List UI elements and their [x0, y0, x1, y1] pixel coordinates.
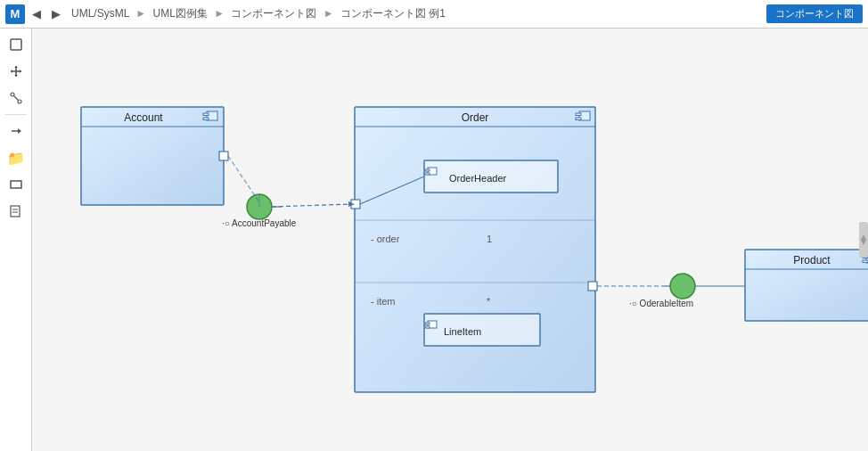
- svg-marker-52: [348, 201, 355, 207]
- svg-line-51: [272, 204, 351, 207]
- svg-line-3: [13, 96, 18, 101]
- svg-rect-43: [425, 326, 430, 328]
- svg-text:OrderHeader: OrderHeader: [449, 173, 507, 184]
- svg-rect-21: [576, 113, 581, 116]
- breadcrumb-item-4[interactable]: コンポーネント図 例1: [340, 7, 446, 20]
- diagram-canvas[interactable]: Account Order Product: [32, 29, 868, 451]
- svg-rect-41: [428, 321, 437, 328]
- breadcrumb-item-3[interactable]: コンポーネント図: [231, 7, 316, 20]
- svg-rect-17: [355, 107, 595, 392]
- svg-rect-48: [351, 200, 360, 209]
- svg-rect-32: [425, 173, 430, 175]
- back-button[interactable]: ◀: [29, 5, 45, 22]
- svg-text:*: *: [487, 296, 491, 307]
- svg-rect-45: [219, 152, 228, 160]
- main-area: 📁: [0, 29, 868, 451]
- svg-text:Order: Order: [462, 111, 489, 124]
- svg-rect-23: [745, 250, 868, 321]
- svg-rect-28: [863, 260, 868, 263]
- svg-rect-54: [588, 282, 597, 291]
- svg-rect-15: [203, 113, 209, 116]
- breadcrumb: UML/SysML ► UML図例集 ► コンポーネント図 ► コンポーネント図…: [71, 6, 763, 21]
- svg-rect-30: [428, 168, 437, 175]
- svg-rect-14: [207, 111, 217, 120]
- svg-rect-0: [11, 39, 21, 50]
- svg-rect-42: [425, 323, 430, 324]
- svg-text:Product: Product: [793, 254, 831, 266]
- svg-text:·○ OderableItem: ·○ OderableItem: [629, 299, 693, 308]
- svg-text:Account: Account: [124, 111, 163, 124]
- svg-rect-22: [576, 118, 581, 120]
- topbar: M ◀ ▶ UML/SysML ► UML図例集 ► コンポーネント図 ► コン…: [0, 0, 868, 29]
- svg-text:·○ AccountPayable: ·○ AccountPayable: [222, 218, 297, 228]
- diagram-type-label: コンポーネント図: [766, 4, 863, 23]
- select-tool[interactable]: [4, 32, 29, 57]
- note-tool[interactable]: [4, 199, 29, 224]
- svg-line-49: [228, 156, 259, 202]
- svg-rect-20: [579, 111, 590, 120]
- breadcrumb-item-1[interactable]: UML/SysML: [71, 7, 129, 20]
- svg-text:- order: - order: [371, 234, 400, 244]
- connect-tool[interactable]: [4, 86, 29, 111]
- svg-point-56: [670, 274, 695, 299]
- left-toolbar: 📁: [0, 29, 32, 451]
- svg-rect-7: [11, 206, 20, 217]
- svg-line-53: [360, 176, 424, 204]
- svg-rect-29: [424, 160, 558, 193]
- svg-point-46: [247, 194, 272, 219]
- svg-rect-6: [11, 181, 21, 188]
- svg-rect-31: [425, 169, 430, 171]
- svg-point-1: [11, 93, 14, 96]
- svg-point-2: [18, 100, 21, 103]
- svg-text:- item: - item: [371, 296, 396, 307]
- scroll-handle-right[interactable]: [859, 222, 868, 258]
- svg-rect-16: [203, 118, 209, 120]
- forward-button[interactable]: ▶: [48, 5, 64, 22]
- move-tool[interactable]: [4, 59, 29, 84]
- rect-tool[interactable]: [4, 172, 29, 197]
- svg-marker-5: [18, 128, 21, 134]
- assoc-tool[interactable]: [4, 119, 29, 144]
- svg-text:1: 1: [487, 234, 492, 244]
- app-logo: M: [5, 4, 25, 24]
- svg-rect-11: [81, 107, 224, 205]
- folder-tool[interactable]: 📁: [4, 145, 29, 170]
- breadcrumb-item-2[interactable]: UML図例集: [152, 7, 207, 20]
- svg-rect-40: [424, 314, 540, 346]
- toolbar-separator-1: [5, 114, 27, 115]
- svg-text:LineItem: LineItem: [444, 326, 481, 337]
